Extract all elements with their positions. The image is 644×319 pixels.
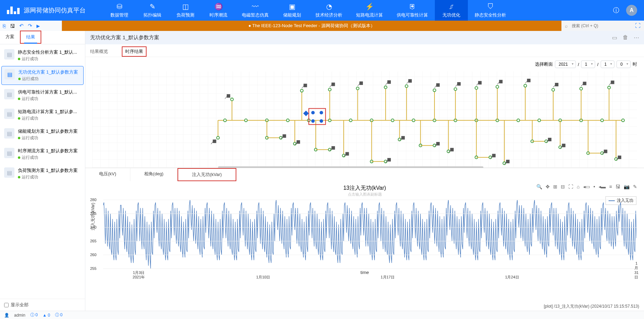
- tag2-icon[interactable]: ◂▬: [599, 184, 606, 189]
- nav-tabs: ⛁数据管理✎拓扑编辑◫负荷预测♒时序潮流〰电磁暂态仿真▣储能规划◔技术经济分析⚡…: [103, 0, 606, 21]
- month-select[interactable]: 1: [581, 60, 595, 68]
- chart-footer-info: [plot] /13_注入无功(kVar) (2024/10/17 15:15:…: [544, 304, 639, 309]
- svg-point-34: [384, 86, 387, 89]
- 储能规划-icon: ▣: [289, 2, 296, 11]
- nav-tab-电磁暂态仿真[interactable]: 〰电磁暂态仿真: [235, 0, 276, 21]
- plan-status: 运行成功: [18, 155, 78, 161]
- plan-item[interactable]: ▤静态安全性分析方案 1_默认...运行成功: [1, 46, 84, 65]
- svg-rect-157: [218, 166, 483, 168]
- plan-item[interactable]: ▤无功优化方案 1_默认参数方案运行成功: [1, 66, 84, 85]
- svg-point-19: [601, 119, 603, 122]
- plan-item[interactable]: ▤时序潮流方案 1_默认参数方案运行成功: [1, 145, 84, 163]
- hour-suffix: 时: [633, 61, 637, 67]
- camera-icon[interactable]: 📷: [624, 184, 630, 189]
- search-input[interactable]: [565, 23, 635, 28]
- topology-svg: [85, 72, 644, 168]
- right-panel: 无功优化方案 1_默认参数方案 ▭ 🗑 ⋯ 结果概览时序结果 选择断面 2021…: [85, 31, 644, 311]
- duplicate-icon[interactable]: ▭: [612, 34, 617, 41]
- fullscreen-icon[interactable]: ⛶: [568, 184, 573, 189]
- more-icon[interactable]: ⋯: [634, 34, 639, 41]
- plus-box-icon[interactable]: ⊞: [553, 184, 557, 189]
- edit-icon[interactable]: ✎: [633, 184, 637, 189]
- plan-status: 运行成功: [18, 135, 78, 141]
- svg-point-58: [524, 84, 527, 87]
- 无功优化-icon: ⎎: [449, 3, 453, 11]
- delete-icon[interactable]: 🗑: [623, 34, 628, 41]
- undo-icon[interactable]: ↶: [19, 23, 24, 29]
- nav-tab-拓扑编辑[interactable]: ✎拓扑编辑: [136, 0, 169, 21]
- plan-item[interactable]: ▤短路电流计算方案 1_默认参...运行成功: [1, 106, 84, 124]
- show-all-input[interactable]: [4, 303, 9, 307]
- search-area: ⌕ ⛶: [561, 21, 644, 31]
- chart-plot[interactable]: 注入无功(kVar) 2552602652702752801月3日2021年1月…: [103, 200, 636, 268]
- plan-item[interactable]: ▤供电可靠性计算方案 1_默认...运行成功: [1, 86, 84, 104]
- nav-tab-静态安全性分析[interactable]: ⛉静态安全性分析: [468, 0, 513, 21]
- x-axis-label: time: [89, 270, 640, 275]
- tag-icon[interactable]: ◂▭: [583, 184, 590, 189]
- chart-tab[interactable]: 注入无功(kVar): [178, 168, 236, 181]
- plan-title: 负荷预测方案 1_默认参数方案: [18, 167, 78, 174]
- nav-tab-数据管理[interactable]: ⛁数据管理: [103, 0, 136, 21]
- 数据管理-icon: ⛁: [117, 2, 122, 11]
- minus-box-icon[interactable]: ⊟: [561, 184, 565, 189]
- plan-item[interactable]: ▤负荷预测方案 1_默认参数方案运行成功: [1, 165, 84, 183]
- save-icon[interactable]: 🖫: [10, 23, 15, 29]
- plan-item[interactable]: ▤储能规划方案 1_默认参数方案运行成功: [1, 125, 84, 144]
- hour-select[interactable]: 0: [616, 60, 631, 68]
- svg-point-152: [311, 111, 315, 114]
- list-icon[interactable]: ≡: [609, 184, 612, 189]
- plan-icon: ▤: [4, 69, 15, 79]
- svg-point-70: [608, 86, 610, 89]
- left-footer: 显示全部: [0, 299, 85, 311]
- topology-canvas[interactable]: [85, 72, 644, 168]
- svg-rect-151: [309, 109, 326, 125]
- avatar[interactable]: A: [626, 5, 637, 16]
- nav-tab-技术经济分析[interactable]: ◔技术经济分析: [309, 0, 349, 21]
- redo-icon[interactable]: ↷: [28, 23, 32, 29]
- status-bar: 👤 admin ⓘ 0 ▲ 0 ⓘ 0: [0, 311, 644, 319]
- nav-tab-供电可靠性计算[interactable]: ⛨供电可靠性计算: [390, 0, 435, 21]
- nav-tab-无功优化[interactable]: ⎎无功优化: [435, 0, 468, 21]
- svg-point-38: [405, 85, 408, 88]
- nav-tab-负荷预测[interactable]: ◫负荷预测: [169, 0, 202, 21]
- nav-tab-储能规划[interactable]: ▣储能规划: [276, 0, 309, 21]
- save-chart-icon[interactable]: 🖫: [615, 184, 620, 189]
- day-select[interactable]: 1: [601, 60, 615, 68]
- year-select[interactable]: 2021: [555, 60, 576, 68]
- play-icon[interactable]: ▶: [36, 23, 40, 29]
- home-icon[interactable]: ⌂: [577, 184, 579, 189]
- info-badge[interactable]: ⓘ 0: [30, 312, 38, 318]
- warn-badge[interactable]: ▲ 0: [43, 313, 50, 318]
- show-all-checkbox[interactable]: 显示全部: [4, 302, 81, 308]
- svg-point-2: [245, 119, 247, 122]
- left-tab-方案[interactable]: 方案: [0, 31, 20, 44]
- show-all-label: 显示全部: [11, 302, 29, 308]
- pan-icon[interactable]: ✥: [546, 184, 550, 189]
- logo-area: 源网荷储协同仿真平台: [0, 6, 93, 14]
- svg-point-62: [552, 88, 555, 91]
- chart-tabs: 电压(kV)相角(deg)注入无功(kVar): [85, 168, 644, 181]
- err-badge[interactable]: ⓘ 0: [55, 312, 63, 318]
- svg-point-154: [311, 119, 315, 123]
- info-icon[interactable]: ⓘ: [613, 6, 619, 14]
- plan-icon: ▤: [4, 148, 14, 158]
- plan-list: ▤静态安全性分析方案 1_默认...运行成功▤无功优化方案 1_默认参数方案运行…: [0, 44, 85, 299]
- 供电可靠性计算-icon: ⛨: [409, 3, 416, 11]
- panel-toggle-icon[interactable]: ⎘: [3, 23, 6, 29]
- chart-tab[interactable]: 相角(deg): [130, 168, 178, 181]
- expand-icon[interactable]: ⛶: [635, 23, 641, 29]
- zoom-icon[interactable]: 🔍: [536, 184, 542, 189]
- plan-status: 运行成功: [18, 96, 77, 102]
- chart-tab[interactable]: 电压(kV): [85, 168, 130, 181]
- plan-status: 运行成功: [18, 174, 78, 180]
- plan-icon: ▤: [4, 109, 14, 119]
- left-tab-结果[interactable]: 结果: [20, 31, 41, 44]
- nav-tab-时序潮流[interactable]: ♒时序潮流: [202, 0, 235, 21]
- 拓扑编辑-icon: ✎: [150, 2, 155, 11]
- chart-subtitle[interactable]: 点击输入图表副标题: [89, 192, 640, 197]
- dot-icon[interactable]: •: [593, 184, 595, 189]
- sub-tab-结果概览[interactable]: 结果概览: [90, 46, 108, 57]
- 短路电流计算-icon: ⚡: [365, 2, 374, 11]
- nav-tab-短路电流计算[interactable]: ⚡短路电流计算: [349, 0, 390, 21]
- sub-tab-时序结果[interactable]: 时序结果: [122, 46, 147, 57]
